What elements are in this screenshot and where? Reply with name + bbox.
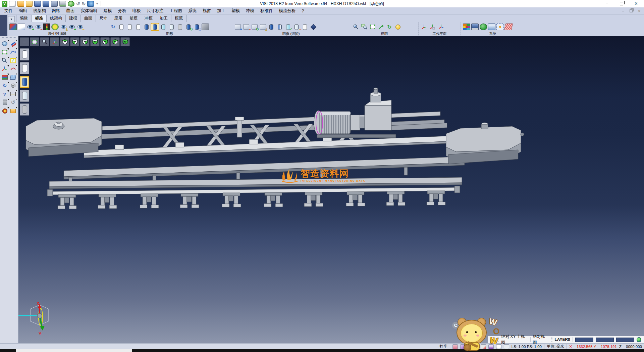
- color-swatch-2[interactable]: [596, 338, 614, 342]
- undo-gray-icon[interactable]: ↺: [9, 99, 17, 106]
- absolute-view-label[interactable]: 绝对视图: [533, 334, 548, 345]
- tab-standard[interactable]: 标准: [31, 14, 47, 22]
- menu-drawing[interactable]: 工程图: [167, 7, 185, 15]
- eye-hide-all-icon[interactable]: −: [76, 24, 84, 30]
- eye-remove-icon[interactable]: −: [35, 24, 42, 30]
- toolbar-drag-handle[interactable]: [2, 37, 16, 39]
- tab-application[interactable]: 应用: [111, 14, 126, 22]
- menu-solid-edit[interactable]: 实体编辑: [78, 7, 101, 15]
- box-state-icon[interactable]: •: [243, 24, 250, 30]
- zoom-in-icon[interactable]: [352, 24, 360, 30]
- tab-edit[interactable]: 编辑: [16, 14, 32, 22]
- lock-label[interactable]: 拴牢: [440, 344, 447, 349]
- eye-add-icon[interactable]: +: [26, 24, 34, 30]
- mdi-restore-button[interactable]: [630, 9, 633, 12]
- units-label[interactable]: 单位: 毫米: [547, 344, 564, 349]
- globe-icon[interactable]: [637, 337, 642, 342]
- undo-icon[interactable]: ↺: [76, 1, 80, 7]
- delete-trash-icon[interactable]: [1, 99, 9, 106]
- shade-ghost-icon[interactable]: [168, 24, 175, 30]
- history-icon[interactable]: [87, 1, 94, 7]
- tab-mold[interactable]: 塑膜: [126, 14, 141, 22]
- tab-die[interactable]: 冲模: [141, 14, 156, 22]
- workplane-set-icon[interactable]: [421, 24, 428, 30]
- window-panes-icon[interactable]: [9, 74, 17, 81]
- restore-button[interactable]: [620, 2, 623, 5]
- color-palette-icon[interactable]: [463, 24, 470, 30]
- confirm-check-icon[interactable]: ✓: [9, 57, 17, 64]
- close-button[interactable]: ×: [635, 1, 638, 6]
- menu-electrode[interactable]: 电极: [129, 7, 144, 15]
- menu-machining[interactable]: 加工: [214, 7, 228, 15]
- shade-hidden-icon[interactable]: [135, 24, 142, 30]
- check-view-icon[interactable]: ✓: [284, 24, 292, 30]
- shade-off-icon[interactable]: [118, 24, 125, 30]
- menu-surface[interactable]: 曲面: [63, 7, 78, 15]
- sketch-curve-icon[interactable]: [9, 48, 17, 56]
- erase-edit-icon[interactable]: [9, 40, 17, 47]
- zoom-plus-icon[interactable]: [1, 57, 9, 64]
- menu-mesh[interactable]: 网格: [49, 7, 63, 15]
- menu-wireframe[interactable]: 线架构: [30, 7, 49, 15]
- system-tools-icon[interactable]: [480, 24, 487, 30]
- workplane-reset-icon[interactable]: [437, 24, 445, 30]
- tab-modeling[interactable]: 建模: [65, 14, 81, 22]
- shade-solid-icon[interactable]: [143, 24, 150, 30]
- refresh-blue-icon[interactable]: ↻: [1, 82, 9, 89]
- rotate-view-icon[interactable]: ↻: [386, 24, 393, 30]
- page-preview-icon[interactable]: [18, 24, 25, 30]
- new-file-icon[interactable]: [9, 1, 16, 7]
- eye-plusminus-icon[interactable]: ±: [60, 24, 67, 30]
- cube-gray-icon[interactable]: [9, 82, 17, 89]
- save-as-icon[interactable]: [43, 1, 49, 7]
- import-icon[interactable]: [26, 1, 33, 7]
- menu-help[interactable]: ?: [299, 8, 307, 14]
- tab-dropdown-icon[interactable]: ▼: [8, 16, 15, 22]
- view-mode-label[interactable]: 绝对 XY 上视图: [501, 334, 528, 345]
- striped-view-icon[interactable]: [276, 24, 283, 30]
- redo-icon[interactable]: ↻: [82, 1, 86, 7]
- analyze-preview-icon[interactable]: [1, 40, 9, 47]
- preview-icon[interactable]: [68, 1, 74, 7]
- zoom-window-icon[interactable]: [361, 24, 368, 30]
- shade-update-icon[interactable]: ↻: [185, 24, 192, 30]
- filter-paint-icon[interactable]: [9, 24, 17, 30]
- move-axes-icon[interactable]: [1, 65, 9, 73]
- save-icon[interactable]: [34, 1, 41, 7]
- machine-model[interactable]: [18, 36, 644, 343]
- eye-show-all-icon[interactable]: +: [68, 24, 75, 30]
- open-file-icon[interactable]: [17, 1, 24, 7]
- tab-flow[interactable]: 模流: [171, 14, 186, 22]
- eye-refresh-icon[interactable]: [51, 24, 59, 30]
- menu-window[interactable]: 视窗: [200, 7, 214, 15]
- mdi-minimize-button[interactable]: −: [622, 9, 624, 13]
- layers-paint-icon[interactable]: [1, 74, 9, 81]
- help-icon[interactable]: ?: [1, 90, 9, 98]
- shade-wire-icon[interactable]: [126, 24, 133, 30]
- tab-wireframe[interactable]: 线架构: [46, 14, 66, 22]
- pan-view-icon[interactable]: [377, 24, 385, 30]
- box-add-icon[interactable]: +: [234, 24, 241, 30]
- shade-transparent-icon[interactable]: [160, 24, 167, 30]
- tab-dimension[interactable]: 尺寸: [96, 14, 111, 22]
- zoom-extents-icon[interactable]: [369, 24, 376, 30]
- menu-standard-parts[interactable]: 标准件: [257, 7, 276, 15]
- measure-icon[interactable]: [9, 90, 17, 98]
- shade-mesh-icon[interactable]: [176, 24, 184, 30]
- color-swatch-1[interactable]: [575, 338, 593, 342]
- menu-mold[interactable]: 塑模: [228, 7, 243, 15]
- open-document-icon[interactable]: [9, 107, 17, 115]
- workplane-align-icon[interactable]: [429, 24, 436, 30]
- print-icon[interactable]: [59, 1, 66, 7]
- tag-view-icon[interactable]: ▪: [293, 24, 300, 30]
- render-smiley-icon[interactable]: [394, 24, 401, 30]
- grid-icon[interactable]: [504, 24, 513, 30]
- menu-file[interactable]: 文件: [1, 7, 16, 15]
- menu-die[interactable]: 冲模: [243, 7, 257, 15]
- solid-view-icon[interactable]: [268, 24, 275, 30]
- save-all-icon[interactable]: [51, 1, 58, 7]
- mdi-close-button[interactable]: ×: [638, 8, 641, 14]
- helm-settings-icon[interactable]: [1, 107, 9, 115]
- box-refresh-icon[interactable]: ↻: [251, 24, 258, 30]
- layer-label[interactable]: LAYER0: [555, 337, 570, 342]
